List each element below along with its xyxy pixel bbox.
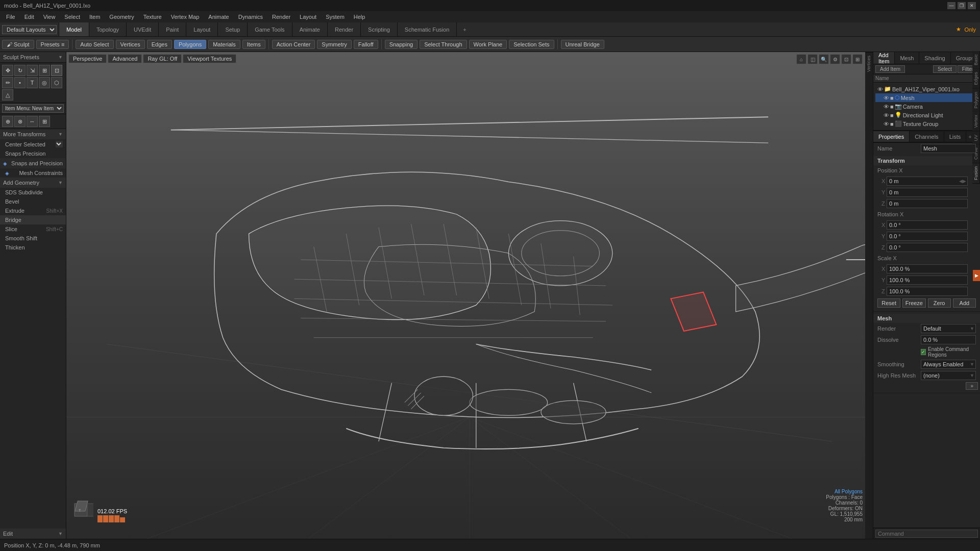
only-button[interactable]: Only: [964, 27, 976, 33]
visibility-icon-mesh[interactable]: 👁: [884, 95, 889, 101]
shading-tab[interactable]: Shading: [919, 52, 950, 64]
tab-render[interactable]: Render: [328, 22, 361, 36]
slice-item[interactable]: Slice Shift+C: [0, 224, 66, 234]
menu-dynamics[interactable]: Dynamics: [234, 13, 267, 21]
edges-button[interactable]: Edges: [147, 40, 172, 49]
perspective-button[interactable]: Perspective: [68, 54, 107, 63]
menu-select[interactable]: Select: [60, 13, 84, 21]
transform-icon-1[interactable]: ⊕: [2, 116, 13, 127]
rot-y-value[interactable]: 0.0 °: [887, 232, 968, 241]
zero-button[interactable]: Zero: [928, 298, 951, 308]
tree-item-light[interactable]: 👁 ■ 💡 Directional Light: [875, 111, 978, 119]
menu-file[interactable]: File: [2, 13, 19, 21]
viewport[interactable]: Perspective Advanced Ray GL: Off Viewpor…: [66, 52, 873, 539]
minimize-button[interactable]: —: [947, 2, 955, 9]
work-plane-button[interactable]: Work Plane: [469, 40, 507, 49]
ray-gl-button[interactable]: Ray GL: Off: [143, 54, 182, 63]
add-button[interactable]: Add: [953, 298, 976, 308]
vp-icon-1[interactable]: ⌂: [796, 54, 806, 64]
rot-z-value[interactable]: 0.0 °: [887, 243, 968, 252]
close-button[interactable]: ✕: [968, 2, 976, 9]
tree-item-camera[interactable]: 👁 ■ 📷 Camera: [875, 102, 978, 111]
polygons-button[interactable]: Polygons: [174, 40, 206, 49]
window-controls[interactable]: — ❐ ✕: [947, 2, 976, 9]
vp-side-tab-1[interactable]: Vertices: [865, 52, 873, 75]
menu-animate[interactable]: Animate: [204, 13, 233, 21]
viewport-textures-button[interactable]: Viewport Textures: [183, 54, 236, 63]
transform-header[interactable]: Transform: [873, 156, 980, 165]
menu-render[interactable]: Render: [268, 13, 295, 21]
vp-icon-5[interactable]: ⊡: [841, 54, 851, 64]
advanced-button[interactable]: Advanced: [108, 54, 142, 63]
scale-x-value[interactable]: 100.0 %: [887, 264, 968, 273]
vp-icon-4[interactable]: ⚙: [830, 54, 840, 64]
menu-help[interactable]: Help: [350, 13, 370, 21]
presets-button[interactable]: Presets ≡: [36, 40, 69, 49]
symmetry-button[interactable]: Symmetry: [317, 40, 352, 49]
tree-item-texture[interactable]: 👁 ■ ⬛ Texture Group: [875, 119, 978, 128]
thicken-item[interactable]: Thicken: [0, 243, 66, 252]
tab-layout[interactable]: Layout: [186, 22, 218, 36]
tool-scale-icon[interactable]: ⇲: [27, 65, 38, 76]
auto-select-button[interactable]: Auto Select: [76, 40, 113, 49]
tree-item-mesh[interactable]: 👁 ■ ⬡ Mesh: [875, 93, 978, 102]
right-side-panel-tab[interactable]: ▶: [973, 270, 980, 281]
menu-texture[interactable]: Texture: [139, 13, 166, 21]
select-through-button[interactable]: Select Through: [420, 40, 467, 49]
mesh-section-header[interactable]: Mesh: [873, 314, 980, 323]
tool-transform-icon[interactable]: ⊞: [39, 65, 50, 76]
render-value[interactable]: Default ▼: [921, 324, 976, 333]
smooth-shift-item[interactable]: Smooth Shift: [0, 234, 66, 243]
channels-tab[interactable]: Channels: [910, 131, 944, 142]
tab-topology[interactable]: Topology: [89, 22, 127, 36]
vertices-button[interactable]: Vertices: [116, 40, 145, 49]
snapping-button[interactable]: Snapping: [385, 40, 418, 49]
sculpt-button[interactable]: 🖌 Sculpt: [2, 40, 34, 49]
falloff-button[interactable]: Falloff: [354, 40, 378, 49]
tab-uvedit[interactable]: UVEdit: [127, 22, 159, 36]
items-tab[interactable]: Add Item: [873, 52, 895, 64]
reset-button[interactable]: Reset: [877, 298, 900, 308]
menu-geometry[interactable]: Geometry: [105, 13, 138, 21]
menu-system[interactable]: System: [322, 13, 349, 21]
tab-model[interactable]: Model: [59, 22, 89, 36]
selection-sets-button[interactable]: Selection Sets: [509, 40, 554, 49]
rot-x-value[interactable]: 0.0 °: [887, 220, 968, 230]
snaps-precision-item[interactable]: Snaps Precision: [0, 149, 66, 158]
tool-brush-icon[interactable]: ◎: [39, 77, 50, 88]
tool-pen-icon[interactable]: ✏: [2, 77, 13, 88]
command-input[interactable]: [875, 530, 978, 538]
smoothing-value[interactable]: Always Enabled ▼: [921, 360, 976, 369]
tool-edit-icon[interactable]: △: [2, 89, 13, 101]
nav-cube[interactable]: T: [70, 499, 93, 522]
enable-cmd-checkbox[interactable]: ✓ Enable Command Regions: [921, 346, 976, 358]
transform-icon-3[interactable]: ↔: [27, 116, 38, 127]
tab-scripting[interactable]: Scripting: [361, 22, 398, 36]
tab-game-tools[interactable]: Game Tools: [248, 22, 292, 36]
materials-button[interactable]: Materials: [208, 40, 240, 49]
add-geometry-header[interactable]: Add Geometry ▼: [0, 178, 66, 188]
visibility-icon-texture[interactable]: 👁: [884, 121, 889, 127]
tab-setup[interactable]: Setup: [218, 22, 248, 36]
mesh-tab[interactable]: Mesh: [895, 52, 919, 64]
sculpt-presets-header[interactable]: Sculpt Presets ▼: [0, 52, 66, 62]
properties-tab[interactable]: Properties: [873, 131, 910, 142]
tool-rotate-icon[interactable]: ↻: [14, 65, 26, 76]
tool-paint-icon[interactable]: ⬡: [51, 77, 62, 88]
lists-tab[interactable]: Lists: [944, 131, 967, 142]
tool-vertex-icon[interactable]: •: [14, 77, 26, 88]
vp-icon-6[interactable]: ⊞: [852, 54, 863, 64]
menu-edit[interactable]: Edit: [20, 13, 38, 21]
name-value[interactable]: Mesh: [921, 144, 976, 153]
items-button[interactable]: Items: [242, 40, 265, 49]
pos-z-value[interactable]: 0 m: [887, 199, 968, 208]
edit-header[interactable]: Edit ▼: [0, 529, 66, 539]
pos-x-value[interactable]: 0 m◀▶: [887, 177, 968, 186]
add-item-button[interactable]: Add Item: [875, 65, 905, 73]
check-icon[interactable]: ✓: [921, 349, 926, 355]
freeze-button[interactable]: Freeze: [902, 298, 925, 308]
unreal-bridge-button[interactable]: Unreal Bridge: [561, 40, 604, 49]
center-selected-item[interactable]: Center Selected ▼: [0, 139, 66, 149]
vp-icon-3[interactable]: 🔍: [819, 54, 829, 64]
visibility-icon-light[interactable]: 👁: [884, 112, 889, 118]
